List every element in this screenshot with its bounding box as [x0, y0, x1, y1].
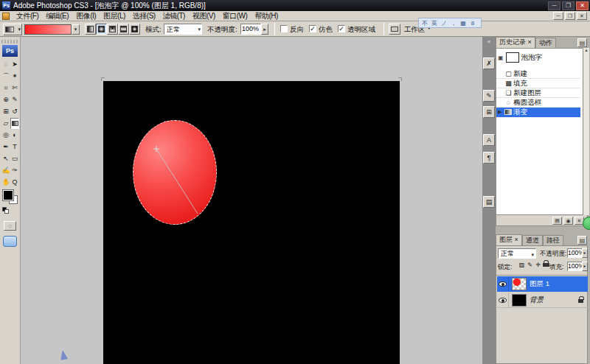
- dock-icon-clone-source[interactable]: ⊞: [483, 106, 495, 118]
- layer-row-layer1[interactable]: 图层 1: [497, 276, 588, 292]
- blend-mode-select[interactable]: 正常 ▾: [498, 248, 536, 259]
- tab-history[interactable]: 历史记录 ×: [496, 37, 535, 48]
- menu-layer[interactable]: 图层(L): [100, 11, 129, 21]
- dock-icon-paragraph[interactable]: ¶: [483, 152, 495, 164]
- transparency-checkbox[interactable]: ✓: [338, 25, 345, 32]
- dither-checkbox[interactable]: ✓: [309, 25, 316, 32]
- angle-gradient-button[interactable]: [107, 24, 118, 35]
- dock-collapse-button[interactable]: «: [483, 38, 495, 46]
- blur-tool[interactable]: ◎: [1, 130, 10, 141]
- gradient-picker-arrow[interactable]: ▾: [72, 24, 80, 35]
- menu-filter[interactable]: 滤镜(T): [159, 11, 189, 21]
- menu-image[interactable]: 图像(I): [72, 11, 100, 21]
- slice-tool[interactable]: ✄: [10, 83, 19, 94]
- history-item-new[interactable]: ▢ 新建: [496, 69, 580, 79]
- doc-restore-button[interactable]: ❐: [565, 12, 575, 20]
- history-item-gradient[interactable]: ▶ 渐变: [496, 108, 580, 117]
- lock-position-icon[interactable]: ✛: [535, 262, 541, 268]
- ime-item[interactable]: 8: [468, 20, 477, 27]
- close-button[interactable]: ✕: [576, 1, 589, 10]
- layer1-thumbnail[interactable]: [512, 278, 527, 290]
- magic-wand-tool[interactable]: ✶: [10, 71, 19, 82]
- clone-stamp-tool[interactable]: ⊞: [1, 106, 10, 117]
- lock-transparency-icon[interactable]: ▨: [518, 262, 525, 268]
- ime-item[interactable]: ，: [449, 19, 458, 27]
- opacity-value[interactable]: 100%: [240, 24, 261, 35]
- new-document-from-state-button[interactable]: ▤: [552, 217, 562, 225]
- layer-name[interactable]: 图层 1: [530, 279, 549, 289]
- scroll-up-icon[interactable]: ▲: [584, 48, 589, 52]
- ime-item[interactable]: 英: [430, 19, 439, 27]
- screen-mode-button[interactable]: [3, 236, 17, 247]
- ime-item[interactable]: 不: [420, 19, 429, 27]
- doc-close-button[interactable]: ✕: [577, 12, 587, 20]
- dock-icon-layer-comps[interactable]: ▤: [483, 196, 495, 208]
- zoom-tool[interactable]: Q: [10, 177, 19, 188]
- type-tool[interactable]: T: [10, 141, 19, 153]
- history-item-elliptical-marquee[interactable]: ◌ 椭圆选框: [496, 98, 580, 108]
- tab-layers[interactable]: 图层 ×: [496, 234, 522, 245]
- radial-gradient-button[interactable]: [96, 24, 107, 35]
- gradient-tool[interactable]: [10, 118, 19, 129]
- lasso-tool[interactable]: ⌒: [1, 71, 10, 82]
- history-state-pointer[interactable]: ▶: [496, 109, 504, 115]
- ime-toolbar[interactable]: 不 英 ノ ， ▦ 8: [418, 18, 482, 28]
- doc-minimize-button[interactable]: ─: [553, 12, 563, 20]
- history-item-fill[interactable]: ▩ 填充: [496, 79, 580, 88]
- palette-well-icon[interactable]: [389, 24, 400, 35]
- elliptical-marquee-tool[interactable]: ◌: [1, 59, 10, 70]
- history-item-new-layer[interactable]: ❏ 新建图层: [496, 88, 580, 98]
- history-scrollbar[interactable]: ▲: [583, 48, 589, 215]
- reflected-gradient-button[interactable]: [118, 24, 129, 35]
- tab-close-icon[interactable]: ×: [528, 38, 532, 46]
- dock-icon-tools[interactable]: ✗: [483, 57, 495, 69]
- menu-help[interactable]: 帮助(H): [251, 11, 281, 21]
- menu-window[interactable]: 窗口(W): [219, 11, 251, 21]
- dock-icon-character[interactable]: A: [483, 134, 495, 146]
- diamond-gradient-button[interactable]: [129, 24, 140, 35]
- tab-channels[interactable]: 通道: [522, 235, 543, 245]
- reverse-checkbox[interactable]: [280, 25, 288, 32]
- path-selection-tool[interactable]: ↖: [1, 153, 10, 164]
- quick-mask-button[interactable]: ◌: [4, 221, 16, 231]
- history-panel-menu-icon[interactable]: ▤: [577, 38, 587, 47]
- history-brush-tool[interactable]: ↺: [10, 106, 19, 117]
- layers-panel-menu-icon[interactable]: ▤: [577, 236, 587, 245]
- brush-tool[interactable]: ✎: [10, 94, 19, 105]
- linear-gradient-button[interactable]: [85, 24, 96, 35]
- new-snapshot-button[interactable]: ◉: [563, 217, 573, 225]
- move-tool[interactable]: ➤: [10, 59, 19, 70]
- eyedropper-tool[interactable]: ✑: [10, 165, 19, 176]
- crop-tool[interactable]: ⌗: [1, 83, 10, 94]
- fill-slider-arrow[interactable]: ▸: [582, 262, 588, 271]
- menu-view[interactable]: 视图(V): [189, 11, 219, 21]
- mode-select[interactable]: 正常 ▾: [164, 24, 202, 35]
- tab-paths[interactable]: 路径: [543, 235, 563, 245]
- history-snapshot-row[interactable]: ▣ 泡泡字: [498, 51, 542, 64]
- menu-select[interactable]: 选择(S): [129, 11, 159, 21]
- ime-item[interactable]: ▦: [459, 20, 468, 27]
- tool-preset-picker[interactable]: ▾: [3, 24, 22, 35]
- lock-pixels-icon[interactable]: ✎: [527, 262, 533, 268]
- layer-row-background[interactable]: 背景: [497, 293, 588, 308]
- foreground-color-swatch[interactable]: [3, 190, 13, 200]
- dodge-tool[interactable]: ◐: [10, 130, 19, 141]
- notes-tool[interactable]: ✍: [1, 165, 10, 176]
- default-colors-icon[interactable]: [2, 207, 9, 214]
- shape-tool[interactable]: ▭: [10, 153, 19, 164]
- layer-name[interactable]: 背景: [530, 295, 578, 305]
- visibility-toggle[interactable]: [497, 293, 509, 307]
- minimize-button[interactable]: ─: [548, 1, 560, 10]
- dock-icon-brushes[interactable]: ✎: [483, 90, 495, 102]
- toolbox-grip[interactable]: [1, 40, 18, 43]
- canvas[interactable]: [103, 81, 400, 364]
- pen-tool[interactable]: ✒: [1, 141, 10, 153]
- background-thumbnail[interactable]: [512, 294, 527, 307]
- menu-file[interactable]: 文件(F): [13, 11, 42, 21]
- ime-item[interactable]: ノ: [440, 19, 448, 27]
- lock-all-icon[interactable]: [543, 262, 549, 268]
- eraser-tool[interactable]: ▱: [1, 118, 10, 129]
- opacity-slider-arrow[interactable]: ▸: [261, 24, 268, 35]
- restore-button[interactable]: ❐: [562, 1, 575, 10]
- menu-edit[interactable]: 编辑(E): [42, 11, 72, 21]
